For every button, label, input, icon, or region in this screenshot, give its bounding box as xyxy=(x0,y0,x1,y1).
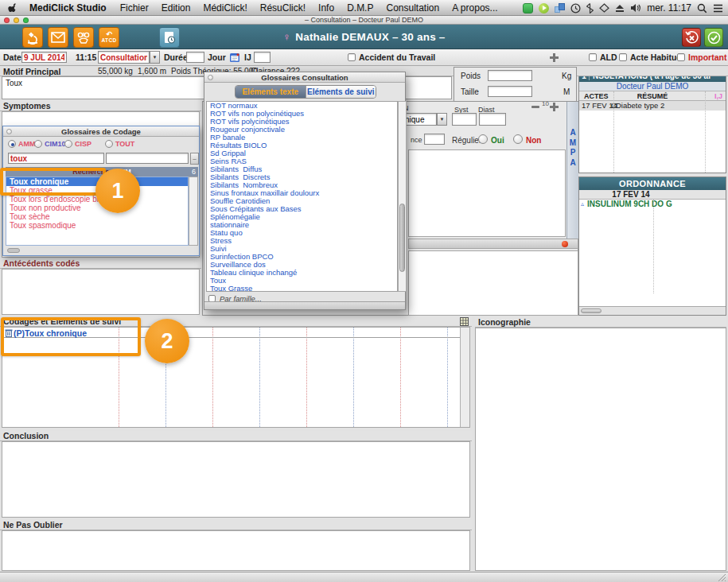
glossary-radio[interactable]: CIM10 xyxy=(34,140,66,148)
taille-field[interactable] xyxy=(488,86,532,97)
glossaire-list-item[interactable]: Toux Grasse xyxy=(207,285,397,292)
ampa-letter[interactable]: P xyxy=(567,148,578,158)
resize-grip[interactable] xyxy=(718,573,726,582)
zoom-window-button[interactable] xyxy=(23,17,29,23)
menu-app-name[interactable]: MediClick Studio xyxy=(22,2,114,14)
codage-hscroll-stub[interactable] xyxy=(7,248,20,253)
glossary-radio[interactable]: TOUT xyxy=(105,140,134,148)
status-app-icon[interactable] xyxy=(523,3,533,14)
status-displays-icon[interactable] xyxy=(555,3,565,14)
minimize-window-button[interactable] xyxy=(14,17,19,23)
codages-scrollbar[interactable] xyxy=(460,328,469,427)
duree-field[interactable] xyxy=(186,52,204,63)
diast-field[interactable] xyxy=(479,113,506,126)
menu-clock[interactable]: mer. 11:17 xyxy=(647,2,691,14)
menu-item[interactable]: Edition xyxy=(155,2,197,14)
ampa-letter[interactable]: A xyxy=(567,158,578,169)
notification-center-icon[interactable] xyxy=(713,4,723,13)
glossary-radio[interactable]: CISP xyxy=(64,140,91,148)
grid-icon[interactable] xyxy=(460,317,469,326)
glossaire-scrollbar[interactable] xyxy=(398,101,407,292)
ald-checkbox[interactable] xyxy=(589,53,597,61)
glossaire-popup-close-button[interactable] xyxy=(208,75,213,80)
codage-popup-titlebar[interactable]: Glossaires de Codage xyxy=(3,126,199,137)
glossaire-scrollbar-thumb[interactable] xyxy=(399,204,405,272)
glossaire-item-list: ROT normauxROT vifs non polycinétiquesRO… xyxy=(206,101,398,292)
zoom-in-button[interactable] xyxy=(550,103,559,111)
eject-icon[interactable] xyxy=(615,4,625,13)
regulier-non-radio[interactable] xyxy=(513,134,523,144)
codage-minus-button[interactable]: – xyxy=(190,153,199,165)
menu-item[interactable]: D.M.P xyxy=(341,2,380,14)
volume-icon[interactable] xyxy=(630,3,641,13)
menu-item[interactable]: Info xyxy=(312,2,341,14)
exam-type-dropdown[interactable] xyxy=(403,113,437,126)
ne-pas-oublier-textarea[interactable] xyxy=(2,530,470,571)
codage-secondary-input[interactable] xyxy=(106,153,189,164)
ij-field[interactable] xyxy=(254,52,271,63)
annotation-step-1: 1 xyxy=(95,169,140,213)
zoom-out-button[interactable] xyxy=(531,106,539,108)
glossaire-tab[interactable]: Eléments texte xyxy=(236,86,306,98)
status-play-icon[interactable] xyxy=(539,3,549,14)
calendar-icon[interactable] xyxy=(229,52,240,63)
codage-list-item[interactable]: Toux spasmodique xyxy=(6,221,188,230)
glossary-radio[interactable]: AMM xyxy=(8,140,36,148)
zoom-in-button[interactable] xyxy=(550,53,559,62)
poids-field[interactable] xyxy=(488,70,532,81)
time-machine-icon[interactable] xyxy=(570,3,581,14)
ordonnance-date: 17 FEV 14 xyxy=(579,190,683,200)
codage-list-scrollbar[interactable] xyxy=(189,177,198,246)
glossaire-list-item[interactable]: Stress xyxy=(207,237,397,245)
menu-item[interactable]: A propos... xyxy=(446,2,504,14)
antecedents-textarea[interactable] xyxy=(2,269,200,315)
accident-travail-checkbox[interactable] xyxy=(348,53,356,61)
exam-type-dropdown-button[interactable]: ▼ xyxy=(437,113,447,126)
spotlight-search-icon[interactable] xyxy=(697,3,707,14)
conclusion-header: Conclusion xyxy=(0,431,472,441)
ordonnance-hscrollbar[interactable] xyxy=(579,306,726,315)
validate-consultation-button[interactable] xyxy=(704,28,723,47)
acte-habituel-checkbox[interactable] xyxy=(619,53,627,61)
regulier-oui-radio[interactable] xyxy=(478,134,488,144)
grid-line xyxy=(400,328,401,427)
menu-item[interactable]: RésuClick! xyxy=(254,2,312,14)
exam-text-area-upper[interactable] xyxy=(408,149,566,237)
date-field[interactable] xyxy=(21,52,67,63)
syst-field[interactable] xyxy=(452,113,477,126)
ordonnance-hscrollbar-thumb[interactable] xyxy=(581,308,601,313)
exam-text-area-lower[interactable] xyxy=(408,250,578,316)
important-checkbox[interactable] xyxy=(677,53,685,61)
act-type-field[interactable] xyxy=(98,51,150,64)
codage-list-item[interactable]: Toux sèche xyxy=(6,212,188,221)
ordonnance-header[interactable]: ORDONNANCE xyxy=(579,177,726,190)
column-divider xyxy=(613,91,614,173)
menu-item[interactable]: Fichier xyxy=(114,2,155,14)
close-window-button[interactable] xyxy=(4,17,10,23)
codage-list-item[interactable]: Toux non productive xyxy=(6,204,188,212)
codage-search-input[interactable] xyxy=(8,153,104,164)
iconographie-area[interactable] xyxy=(475,328,726,571)
ordonnance-date-row: 17 FEV 14 xyxy=(579,190,726,200)
glossaire-tab[interactable]: Eléments de suivi xyxy=(306,86,376,98)
consultation-row[interactable]: 17 FEV 14 C Diabete type 2 xyxy=(579,101,726,111)
wifi-icon[interactable] xyxy=(599,3,609,13)
apple-icon[interactable] xyxy=(8,2,19,14)
bluetooth-icon[interactable] xyxy=(586,3,594,14)
record-indicator-dot[interactable] xyxy=(562,241,568,247)
menu-item[interactable]: MédiClick! xyxy=(197,2,253,14)
act-type-dropdown-button[interactable]: ▼ xyxy=(150,51,160,64)
ordonnance-item[interactable]: ▵ INSULINUM 9CH DO G xyxy=(579,200,726,209)
frequence-field[interactable] xyxy=(424,134,445,145)
col-ij: I,J xyxy=(714,92,722,100)
ampa-letter[interactable]: A xyxy=(567,128,578,138)
menu-item[interactable]: Consultation xyxy=(380,2,446,14)
glossaire-list-item[interactable]: Tableau clinique inchangé xyxy=(207,269,397,277)
ampa-letter[interactable]: M xyxy=(567,138,578,149)
glossaire-popup-titlebar[interactable]: Glossaires Consultation xyxy=(204,72,405,83)
codage-popup-close-button[interactable] xyxy=(6,129,12,134)
cancel-consultation-button[interactable] xyxy=(682,28,701,47)
conclusion-textarea[interactable] xyxy=(2,441,470,518)
ampa-vertical-buttons[interactable]: AMPA xyxy=(566,102,578,239)
glossaire-list-item[interactable]: Statu quo xyxy=(207,229,397,237)
